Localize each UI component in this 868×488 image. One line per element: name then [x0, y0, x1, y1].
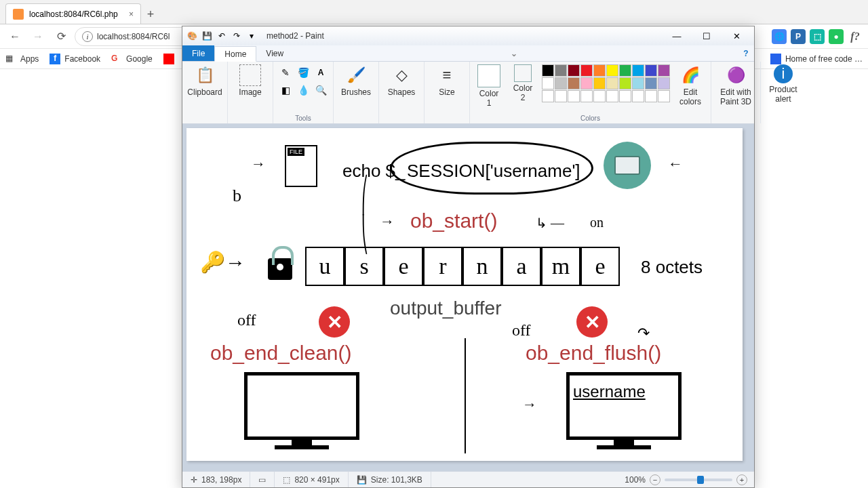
qat-redo-icon[interactable]: ↷ [230, 29, 243, 43]
magnify-tool[interactable]: 🔍 [313, 82, 329, 98]
color-swatch[interactable] [568, 77, 580, 89]
color-swatch[interactable] [555, 77, 567, 89]
color-swatch[interactable] [645, 77, 657, 89]
color-swatch[interactable] [632, 77, 644, 89]
pencil-tool[interactable]: ✎ [277, 64, 294, 81]
minimize-button[interactable]: — [662, 27, 692, 45]
color-swatch[interactable] [580, 90, 593, 102]
back-button[interactable]: ← [5, 27, 24, 46]
ext-icon-1[interactable]: 🌐 [772, 29, 787, 44]
scribble-off-1: off [237, 311, 256, 329]
color1-button[interactable]: Color 1 [474, 64, 504, 108]
zoom-in-button[interactable]: + [736, 474, 747, 485]
color-swatch[interactable] [555, 90, 567, 102]
ribbon-collapse-icon[interactable]: ⌄ [506, 45, 522, 61]
disk-icon: 💾 [357, 475, 367, 485]
close-button[interactable]: ✕ [722, 27, 751, 45]
clipboard-button[interactable]: 📋Clipboard [186, 64, 223, 97]
google-icon: G [111, 54, 122, 64]
edit-colors-button[interactable]: 🌈Edit colors [674, 64, 707, 106]
cursor-pos: ✛183, 198px [182, 472, 250, 487]
color-swatch[interactable] [542, 77, 554, 89]
color-swatch[interactable] [568, 64, 580, 77]
qat-customize-icon[interactable]: ▾ [245, 29, 258, 43]
apps-bookmark[interactable]: ▦Apps [5, 54, 39, 64]
browser-tab[interactable]: localhost:8084/RC6l.php × [5, 3, 141, 24]
maximize-button[interactable]: ☐ [692, 27, 722, 45]
canvas-size-icon: ⬚ [283, 475, 290, 485]
title-bar[interactable]: 🎨 💾 ↶ ↷ ▾ method2 - Paint — ☐ ✕ [182, 26, 754, 45]
paint-window: 🎨 💾 ↶ ↷ ▾ method2 - Paint — ☐ ✕ File Hom… [182, 26, 755, 488]
color-swatch[interactable] [645, 90, 657, 102]
color-swatch[interactable] [542, 64, 554, 77]
help-icon[interactable]: ? [738, 45, 754, 61]
color-swatch[interactable] [632, 64, 644, 77]
ext-icon-5[interactable]: f? [848, 29, 863, 44]
image-select-button[interactable]: Image [232, 64, 269, 97]
canvas-area[interactable]: FILE → b echo $_ SESSION['username'] ← o… [182, 124, 754, 471]
ext-icon-2[interactable]: P [791, 29, 806, 44]
facebook-bookmark[interactable]: fFacebook [50, 54, 100, 64]
color-swatch[interactable] [580, 77, 593, 89]
select-icon [239, 64, 261, 86]
color-swatch[interactable] [658, 77, 670, 89]
tab-home[interactable]: Home [214, 46, 256, 62]
color-swatch[interactable] [645, 64, 657, 77]
echo-text: echo $_ [342, 161, 406, 182]
buffer-cell: s [344, 247, 384, 286]
color-swatch[interactable] [542, 90, 554, 102]
color2-button[interactable]: Color 2 [508, 64, 538, 102]
ext-icon-4[interactable]: ● [829, 29, 844, 44]
zoom-thumb[interactable] [697, 476, 704, 484]
color-swatch[interactable] [632, 90, 644, 102]
product-alert-button[interactable]: iProduct alert [765, 64, 802, 104]
picker-tool[interactable]: 💧 [295, 82, 311, 98]
color-swatch[interactable] [606, 64, 618, 77]
forward-button[interactable]: → [28, 27, 47, 46]
key-scribble: 🔑→ [200, 250, 245, 274]
new-tab-button[interactable]: + [141, 5, 160, 24]
fill-tool[interactable]: 🪣 [295, 64, 311, 81]
color-swatch[interactable] [658, 90, 670, 102]
bracket-scribble: ⎛⎝ [361, 176, 368, 254]
ext-icon-3[interactable]: ⬚ [810, 29, 825, 44]
colors-label: Colors [580, 113, 600, 122]
arrow-scribble-2: ← [668, 155, 683, 173]
tab-close-icon[interactable]: × [129, 9, 134, 19]
address-bar[interactable]: i localhost:8084/RC6l [75, 27, 197, 46]
text-tool[interactable]: A [313, 64, 329, 81]
color-swatch[interactable] [606, 77, 618, 89]
color-swatch[interactable] [568, 90, 580, 102]
qat-save-icon[interactable]: 💾 [200, 29, 214, 43]
google-bookmark[interactable]: GGoogle [111, 54, 153, 64]
tab-file[interactable]: File [182, 45, 214, 61]
tab-view[interactable]: View [256, 45, 293, 61]
reload-button[interactable]: ⟳ [52, 27, 71, 46]
color-swatch[interactable] [619, 90, 631, 102]
zoom-slider[interactable] [665, 479, 732, 481]
canvas[interactable]: FILE → b echo $_ SESSION['username'] ← o… [186, 128, 743, 461]
palette [542, 64, 670, 102]
size-button[interactable]: ≡Size [429, 64, 465, 97]
paint3d-button[interactable]: 🟣Edit with Paint 3D [715, 64, 756, 106]
youtube-bookmark[interactable] [163, 54, 174, 64]
site-info-icon[interactable]: i [82, 31, 93, 42]
url-text: localhost:8084/RC6l [97, 32, 170, 41]
color-swatch[interactable] [580, 64, 593, 77]
color-swatch[interactable] [658, 64, 670, 77]
color-swatch[interactable] [555, 64, 567, 77]
zoom-out-button[interactable]: − [650, 474, 660, 485]
eraser-tool[interactable]: ◧ [277, 82, 294, 98]
brushes-button[interactable]: 🖌️Brushes [338, 64, 374, 97]
buffer-cell: u [305, 247, 344, 286]
color-swatch[interactable] [606, 90, 618, 102]
color-swatch[interactable] [593, 64, 606, 77]
monitor-empty [244, 372, 359, 440]
color-swatch[interactable] [619, 77, 631, 89]
paint-app-icon[interactable]: 🎨 [185, 29, 199, 43]
qat-undo-icon[interactable]: ↶ [215, 29, 229, 43]
shapes-button[interactable]: ◇Shapes [383, 64, 420, 97]
color-swatch[interactable] [593, 90, 606, 102]
color-swatch[interactable] [593, 77, 606, 89]
color-swatch[interactable] [619, 64, 631, 77]
